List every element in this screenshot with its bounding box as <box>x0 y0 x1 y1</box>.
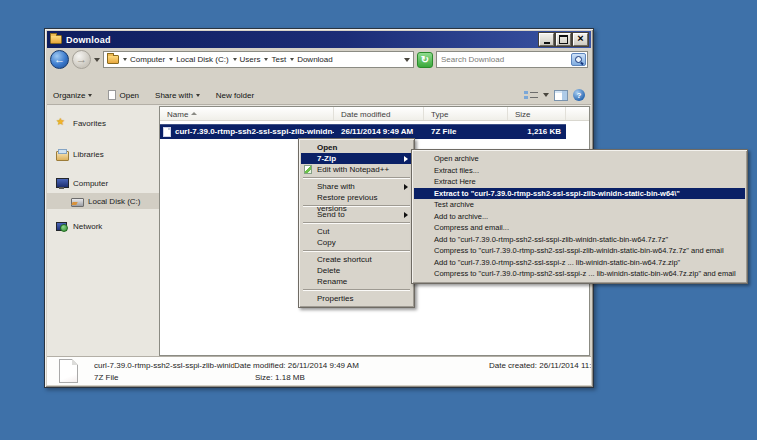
context-menu-item[interactable]: 7-Zip <box>301 153 412 164</box>
command-bar-item[interactable]: New folder <box>216 91 254 100</box>
sidebar-item-icon <box>56 178 68 189</box>
breadcrumb-item-label: Download <box>297 55 333 64</box>
context-menu-item[interactable]: Copy <box>301 237 412 248</box>
submenu-item[interactable]: Compress and email... <box>414 222 745 234</box>
sort-ascending-icon <box>191 112 197 115</box>
context-menu-item[interactable]: Share with <box>301 181 412 192</box>
context-menu-item[interactable]: Properties <box>301 293 412 304</box>
submenu-item[interactable]: Extract to "curl-7.39.0-rtmp-ssh2-ssl-ss… <box>414 188 745 200</box>
help-icon[interactable]: ? <box>573 89 585 101</box>
command-bar-item-label: Open <box>119 91 139 100</box>
context-menu-item[interactable]: Send to <box>301 209 412 220</box>
close-button[interactable] <box>573 33 588 46</box>
context-menu-item[interactable]: Restore previous versions <box>301 192 412 203</box>
submenu-item[interactable]: Add to "curl-7.39.0-rtmp-ssh2-ssl-sspi-z… <box>414 234 745 246</box>
sidebar-item-label: Local Disk (C:) <box>88 197 140 206</box>
views-icon[interactable] <box>524 90 538 101</box>
sidebar-item[interactable]: Favorites <box>47 115 159 131</box>
seven-zip-submenu: Open archive Extract files... Extract He… <box>411 149 748 284</box>
history-dropdown-icon[interactable] <box>94 58 100 62</box>
column-header-name-label: Name <box>167 110 188 119</box>
sidebar-item-label: Favorites <box>73 119 106 128</box>
submenu-item[interactable]: Extract Here <box>414 176 745 188</box>
breadcrumb-item[interactable]: Local Disk (C:) <box>167 55 230 64</box>
command-bar-item[interactable]: Open <box>108 90 139 100</box>
sidebar-item[interactable]: Network <box>47 218 159 234</box>
menu-item-label: Share with <box>317 182 355 191</box>
breadcrumb-separator-icon <box>290 58 294 61</box>
file-icon <box>108 90 116 100</box>
sidebar-item-icon <box>56 149 68 160</box>
menu-item-label: Send to <box>317 210 345 219</box>
breadcrumb[interactable]: Computer Local Disk (C:) Users Test <box>103 51 414 68</box>
title-bar[interactable]: Download <box>47 31 591 48</box>
sidebar-item-icon <box>56 118 68 129</box>
column-header-date-modified[interactable]: Date modified <box>334 107 424 120</box>
address-bar: ← → Computer Local Disk (C:) <box>47 48 591 71</box>
details-pane: curl-7.39.0-rtmp-ssh2-ssl-sspi-zlib-wini… <box>47 356 591 385</box>
sidebar-item[interactable]: Libraries <box>47 146 159 162</box>
sidebar-item[interactable]: Computer <box>47 175 159 191</box>
context-menu-item[interactable]: Delete <box>301 265 412 276</box>
file-size: 1,216 KB <box>508 127 566 136</box>
breadcrumb-item[interactable]: Test <box>262 55 288 64</box>
command-bar-item-label: New folder <box>216 91 254 100</box>
refresh-icon[interactable]: ↻ <box>417 52 433 68</box>
folder-icon <box>50 35 62 44</box>
context-menu-item[interactable]: Open <box>301 142 412 153</box>
breadcrumb-item[interactable]: Users <box>231 55 263 64</box>
submenu-arrow-icon <box>404 212 408 218</box>
back-icon[interactable]: ← <box>50 50 69 69</box>
submenu-item-label: Compress and email... <box>434 223 509 232</box>
breadcrumb-item[interactable]: Download <box>288 55 335 64</box>
file-name-cell: curl-7.39.0-rtmp-ssh2-ssl-sspi-zlib-wini… <box>160 127 334 137</box>
breadcrumb-separator-icon <box>264 58 268 61</box>
forward-icon[interactable]: → <box>72 50 91 69</box>
submenu-item[interactable]: Compress to "curl-7.39.0-rtmp-ssh2-ssl-s… <box>414 245 745 257</box>
sidebar-item[interactable]: Local Disk (C:) <box>47 193 159 209</box>
submenu-arrow-icon <box>404 156 408 162</box>
context-menu-item[interactable]: Create shortcut <box>301 254 412 265</box>
details-date-created: Date created: 26/11/2014 11:34 AM <box>489 361 591 370</box>
submenu-item[interactable]: Add to "curl-7.39.0-rtmp-ssh2-ssl-sspi-z… <box>414 257 745 269</box>
file-row[interactable]: curl-7.39.0-rtmp-ssh2-ssl-sspi-zlib-wini… <box>160 124 566 139</box>
maximize-button[interactable] <box>556 33 571 46</box>
menu-item-icon <box>304 165 312 174</box>
breadcrumb-item[interactable]: Computer <box>121 55 167 64</box>
search-box[interactable] <box>436 51 588 68</box>
window-controls <box>539 33 588 46</box>
minimize-button[interactable] <box>539 33 554 46</box>
menu-item-label: Properties <box>317 294 353 303</box>
details-date-modified: Date modified: 26/11/2014 9:49 AM <box>234 361 489 370</box>
views-dropdown-icon[interactable] <box>543 93 549 97</box>
search-input[interactable] <box>441 55 571 64</box>
menu-separator <box>303 289 410 291</box>
menu-item-label: Create shortcut <box>317 255 372 264</box>
context-menu-item[interactable]: Cut <box>301 226 412 237</box>
breadcrumb-items: Computer Local Disk (C:) Users Test <box>121 55 335 64</box>
column-header-type[interactable]: Type <box>424 107 508 120</box>
command-bar-item[interactable]: Share with <box>155 91 200 100</box>
menu-item-label: Cut <box>317 227 329 236</box>
sidebar-item-icon <box>56 221 68 232</box>
menu-separator <box>303 222 410 224</box>
context-menu-item[interactable]: Edit with Notepad++ <box>301 164 412 175</box>
submenu-item[interactable]: Extract files... <box>414 165 745 177</box>
submenu-item[interactable]: Compress to "curl-7.39.0-rtmp-ssh2-ssl-s… <box>414 268 745 280</box>
command-bar-item-label: Organize <box>53 91 85 100</box>
sidebar-item-label: Network <box>73 222 102 231</box>
submenu-item[interactable]: Test archive <box>414 199 745 211</box>
submenu-item[interactable]: Add to archive... <box>414 211 745 223</box>
submenu-item-label: Add to "curl-7.39.0-rtmp-ssh2-ssl-sspi-z… <box>434 235 668 244</box>
menu-item-label: Rename <box>317 277 347 286</box>
breadcrumb-separator-icon <box>123 58 127 61</box>
menu-item-label: 7-Zip <box>317 154 336 163</box>
submenu-item[interactable]: Open archive <box>414 153 745 165</box>
address-dropdown-icon[interactable] <box>404 58 410 62</box>
search-icon[interactable] <box>571 53 586 66</box>
command-bar-item[interactable]: Organize <box>53 91 92 100</box>
column-header-size[interactable]: Size <box>508 107 566 120</box>
column-header-name[interactable]: Name <box>160 107 334 120</box>
preview-pane-icon[interactable] <box>554 90 568 101</box>
context-menu-item[interactable]: Rename <box>301 276 412 287</box>
